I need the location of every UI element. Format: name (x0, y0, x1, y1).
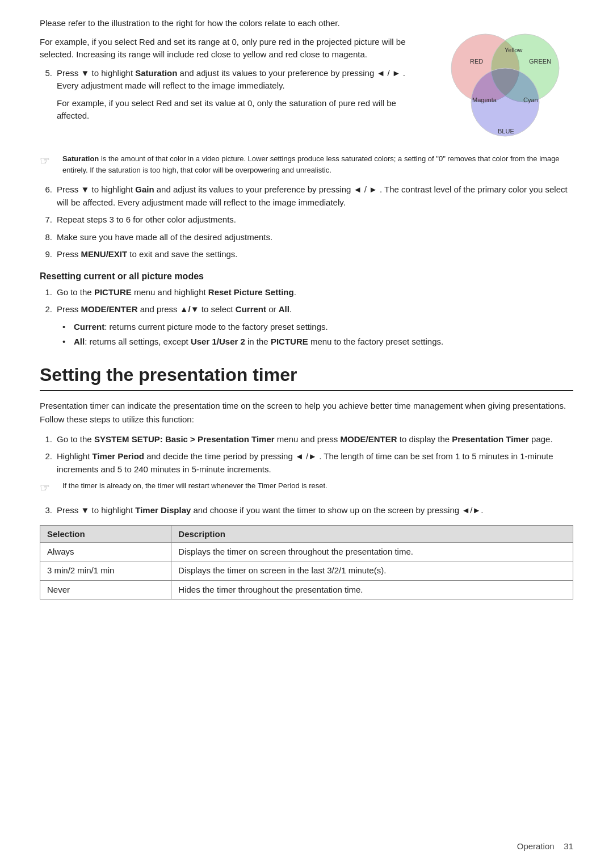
table-cell-always: Always (40, 542, 171, 561)
pres-step-1-num: 1. (40, 433, 52, 446)
step-5: 5. Press ▼ to highlight Saturation and a… (40, 67, 426, 93)
step-9: 9. Press MENU/EXIT to exit and save the … (40, 248, 573, 261)
reset-step-2: 2. Press MODE/ENTER and press ▲/▼ to sel… (40, 303, 573, 316)
step-7-num: 7. (40, 213, 52, 227)
pres-step-2-content: Highlight Timer Period and decide the ti… (57, 450, 573, 476)
top-text: Please refer to the illustration to the … (40, 17, 426, 148)
bullet-current: • Current: returns current picture mode … (62, 321, 573, 334)
bullet-dot-2: • (62, 336, 68, 349)
page-content: Please refer to the illustration to the … (40, 17, 573, 599)
page-footer: Operation 31 (517, 841, 573, 851)
reset-step-1: 1. Go to the PICTURE menu and highlight … (40, 286, 573, 299)
after-step5: For example, if you select Red and set i… (57, 97, 426, 123)
table-header-selection: Selection (40, 525, 171, 542)
footer-page-number: 31 (564, 841, 573, 851)
table-cell-never-desc: Hides the timer throughout the presentat… (171, 580, 573, 599)
table-cell-never: Never (40, 580, 171, 599)
note-icon-1: ☞ (40, 152, 58, 175)
green-label: GREEN (529, 58, 551, 65)
pres-step-3: 3. Press ▼ to highlight Timer Display an… (40, 504, 573, 517)
table-row: Always Displays the timer on screen thro… (40, 542, 573, 561)
timer-display-table: Selection Description Always Displays th… (40, 525, 573, 600)
top-section: Please refer to the illustration to the … (40, 17, 573, 148)
reset-step-1-content: Go to the PICTURE menu and highlight Res… (57, 286, 573, 299)
magenta-label: Magenta (472, 97, 497, 103)
step-5-content: Press ▼ to highlight Saturation and adju… (57, 67, 426, 93)
top-paragraph-2: For example, if you select Red and set i… (40, 36, 426, 61)
note-1: ☞ Saturation is the amount of that color… (40, 153, 573, 175)
resetting-heading: Resetting current or all picture modes (40, 271, 573, 282)
cyan-label: Cyan (523, 97, 538, 103)
step-8-num: 8. (40, 231, 52, 244)
pres-step-3-content: Press ▼ to highlight Timer Display and c… (57, 504, 573, 517)
reset-step-2-content: Press MODE/ENTER and press ▲/▼ to select… (57, 303, 573, 316)
reset-step-1-num: 1. (40, 286, 52, 299)
bullet-dot-1: • (62, 321, 68, 334)
step-5-num: 5. (40, 67, 52, 93)
step-8: 8. Make sure you have made all of the de… (40, 231, 573, 244)
red-label: RED (470, 58, 483, 65)
table-cell-always-desc: Displays the timer on screen throughout … (171, 542, 573, 561)
bullet-all-text: All: returns all settings, except User 1… (74, 336, 443, 349)
bullet-all: • All: returns all settings, except User… (62, 336, 573, 349)
top-paragraph-1: Please refer to the illustration to the … (40, 17, 426, 30)
yellow-label: Yellow (505, 47, 522, 53)
note-2: ☞ If the timer is already on, the timer … (40, 480, 573, 496)
note-1-text: Saturation is the amount of that color i… (62, 153, 573, 175)
color-diagram: RED Yellow GREEN Magenta Cyan BLUE (437, 23, 573, 148)
pres-step-3-num: 3. (40, 504, 52, 517)
step-6-num: 6. (40, 183, 52, 209)
step-6: 6. Press ▼ to highlight Gain and adjust … (40, 183, 573, 209)
step-8-content: Make sure you have made all of the desir… (57, 231, 573, 244)
table-cell-3min-desc: Displays the timer on screen in the last… (171, 561, 573, 581)
reset-step-2-num: 2. (40, 303, 52, 316)
color-venn-diagram: RED Yellow GREEN Magenta Cyan BLUE (437, 23, 573, 148)
note-2-text: If the timer is already on, the timer wi… (62, 480, 573, 496)
table-row: Never Hides the timer throughout the pre… (40, 580, 573, 599)
note-icon-2: ☞ (40, 479, 58, 496)
step-9-content: Press MENU/EXIT to exit and save the set… (57, 248, 573, 261)
pres-step-1-content: Go to the SYSTEM SETUP: Basic > Presenta… (57, 433, 573, 446)
blue-label: BLUE (498, 128, 514, 135)
chapter-intro: Presentation timer can indicate the pres… (40, 399, 573, 426)
bullet-current-text: Current: returns current picture mode to… (74, 321, 328, 334)
pres-step-2-num: 2. (40, 450, 52, 476)
pres-step-2: 2. Highlight Timer Period and decide the… (40, 450, 573, 476)
pres-step-1: 1. Go to the SYSTEM SETUP: Basic > Prese… (40, 433, 573, 446)
table-cell-3min: 3 min/2 min/1 min (40, 561, 171, 581)
table-row: 3 min/2 min/1 min Displays the timer on … (40, 561, 573, 581)
table-header-description: Description (171, 525, 573, 542)
chapter-heading: Setting the presentation timer (40, 364, 573, 391)
footer-operation-label: Operation (517, 841, 555, 851)
step-6-content: Press ▼ to highlight Gain and adjust its… (57, 183, 573, 209)
step-7: 7. Repeat steps 3 to 6 for other color a… (40, 213, 573, 227)
step-9-num: 9. (40, 248, 52, 261)
step-7-content: Repeat steps 3 to 6 for other color adju… (57, 213, 573, 227)
